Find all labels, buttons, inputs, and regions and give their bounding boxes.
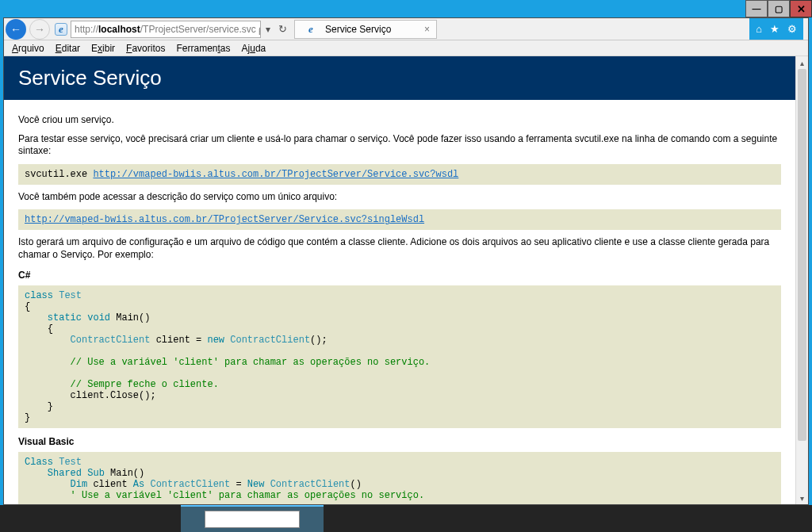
vb-code: Class Test Shared Sub Main() Dim client …: [18, 452, 781, 504]
csharp-code: class Test { static void Main() { Contra…: [18, 285, 781, 428]
url-path: /TProjectServer/service.svc: [140, 24, 256, 35]
scroll-up-icon[interactable]: ▴: [796, 56, 808, 69]
csharp-heading: C#: [18, 270, 781, 281]
window-max-button[interactable]: ▢: [768, 0, 790, 17]
page-viewport: Service Serviço Você criou um serviço. P…: [4, 56, 808, 504]
vb-heading: Visual Basic: [18, 436, 781, 447]
instruction-text: Para testar esse serviço, você precisará…: [18, 133, 781, 158]
singlewsdl-text: Você também pode acessar a descrição do …: [18, 191, 781, 204]
taskbar: [0, 505, 812, 532]
forward-button[interactable]: →: [29, 19, 50, 40]
favorites-icon[interactable]: ★: [770, 23, 779, 35]
vertical-scrollbar[interactable]: ▴ ▾: [795, 56, 808, 504]
ie-icon: e: [55, 23, 67, 36]
taskbar-ie-button[interactable]: [181, 505, 324, 532]
menu-ferramentas[interactable]: Ferramentas: [176, 43, 230, 54]
window-min-button[interactable]: —: [745, 0, 768, 17]
window-close-button[interactable]: ✕: [790, 0, 812, 17]
singlewsdl-block: http://vmaped-bwiis.altus.com.br/TProjec…: [18, 209, 781, 230]
home-icon[interactable]: ⌂: [756, 23, 762, 35]
url-host: localhost: [98, 24, 140, 35]
menu-arquivo[interactable]: AArquivorquivo: [12, 43, 44, 54]
explain-text: Isto gerará um arquivo de configuração e…: [18, 236, 781, 261]
menu-favoritos[interactable]: Favoritos: [126, 43, 165, 54]
page-title: Service Serviço: [4, 56, 795, 100]
tab-close-button[interactable]: ×: [424, 24, 430, 35]
menu-editar[interactable]: Editar: [56, 43, 80, 54]
tools-icon[interactable]: ⚙: [787, 23, 797, 35]
svcutil-block: svcutil.exe http://vmaped-bwiis.altus.co…: [18, 164, 781, 185]
back-button[interactable]: ←: [6, 19, 26, 40]
url-scheme: http://: [75, 24, 98, 35]
wsdl-link[interactable]: http://vmaped-bwiis.altus.com.br/TProjec…: [93, 169, 458, 180]
address-dropdown-button[interactable]: ▾: [261, 24, 275, 35]
scroll-down-icon[interactable]: ▾: [796, 492, 808, 504]
menu-exibir[interactable]: Exibir: [91, 43, 115, 54]
refresh-button[interactable]: ↻: [275, 23, 289, 35]
menu-ajuda[interactable]: Ajuda: [242, 43, 266, 54]
singlewsdl-link[interactable]: http://vmaped-bwiis.altus.com.br/TProjec…: [25, 214, 424, 225]
scroll-thumb[interactable]: [798, 69, 806, 441]
tab-service[interactable]: e Service Serviço ×: [294, 20, 437, 39]
menu-bar: AArquivorquivo Editar Exibir Favoritos F…: [4, 40, 808, 56]
command-bar: ⌂ ★ ⚙: [749, 18, 803, 40]
tab-title: Service Serviço: [325, 24, 391, 35]
browser-window: ← → e http://localhost/TProjectServer/se…: [3, 17, 809, 505]
ie-icon: e: [304, 23, 317, 36]
nav-toolbar: ← → e http://localhost/TProjectServer/se…: [4, 18, 808, 40]
address-bar[interactable]: http://localhost/TProjectServer/service.…: [71, 21, 261, 38]
window-titlebar: — ▢ ✕: [0, 0, 812, 17]
window-thumbnail: [205, 511, 300, 528]
intro-text: Você criou um serviço.: [18, 114, 781, 127]
